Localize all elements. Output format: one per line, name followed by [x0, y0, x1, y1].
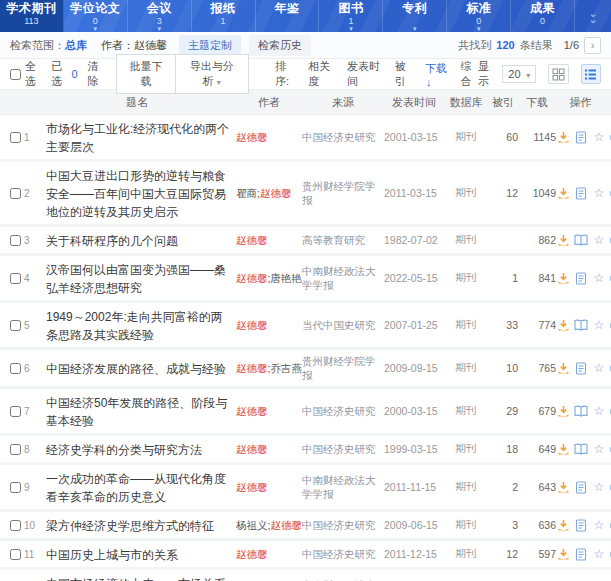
page-size-select[interactable]: 20	[502, 65, 536, 83]
row-checkbox[interactable]	[10, 235, 21, 246]
download-icon[interactable]	[556, 480, 570, 494]
result-title-link[interactable]: 梁方仲经济史学思维方式的特征	[46, 519, 214, 533]
favorite-icon[interactable]	[592, 233, 606, 247]
favorite-icon[interactable]	[592, 404, 606, 418]
topic-customize-button[interactable]: 主题定制	[179, 35, 241, 56]
favorite-icon[interactable]	[592, 130, 606, 144]
favorite-icon[interactable]	[592, 547, 606, 561]
row-checkbox[interactable]	[10, 549, 21, 560]
source-link[interactable]: 中国经济史研究	[302, 547, 384, 561]
result-title-link[interactable]: 中国经济发展的路径、成就与经验	[46, 362, 226, 376]
cited-count[interactable]: 33	[488, 319, 518, 331]
row-checkbox[interactable]	[10, 363, 21, 374]
download-icon[interactable]	[556, 547, 570, 561]
favorite-icon[interactable]	[592, 480, 606, 494]
source-link[interactable]: 当代中国史研究	[302, 318, 384, 332]
source-link[interactable]: 中南财经政法大学学报	[302, 473, 384, 501]
source-link[interactable]: 中国经济史研究	[302, 442, 384, 456]
result-type-tab[interactable]: 成果 0	[511, 0, 575, 32]
source-link[interactable]: 高等教育研究	[302, 233, 384, 247]
author-link[interactable]: 赵德馨	[236, 405, 268, 417]
author-link[interactable]: 赵德馨	[236, 481, 268, 493]
row-checkbox[interactable]	[10, 132, 21, 143]
result-type-tab[interactable]: 学位论文 0	[64, 0, 128, 32]
row-checkbox[interactable]	[10, 444, 21, 455]
author-link[interactable]: 赵德馨	[236, 319, 268, 331]
cited-count[interactable]: 1	[488, 272, 518, 284]
search-history-button[interactable]: 检索历史	[249, 35, 311, 56]
row-checkbox[interactable]	[10, 406, 21, 417]
favorite-icon[interactable]	[592, 318, 606, 332]
download-icon[interactable]	[556, 318, 570, 332]
cited-count[interactable]: 3	[488, 519, 518, 531]
author-link[interactable]: 唐艳艳	[270, 272, 302, 284]
select-all[interactable]: 全选	[10, 59, 41, 89]
row-checkbox[interactable]	[10, 482, 21, 493]
collapse-tabs-button[interactable]	[575, 0, 611, 32]
author-link[interactable]: 赵德馨	[236, 131, 268, 143]
reader-icon[interactable]	[574, 318, 588, 332]
scope-value-link[interactable]: 总库	[65, 38, 87, 53]
reader-icon[interactable]	[574, 404, 588, 418]
result-type-tab[interactable]: 报纸 1	[192, 0, 256, 32]
author-link[interactable]: 赵德馨	[236, 234, 268, 246]
batch-download-button[interactable]: 批量下载	[116, 54, 175, 94]
favorite-icon[interactable]	[592, 186, 606, 200]
source-link[interactable]: 中南财经政法大学学报	[302, 264, 384, 292]
cited-count[interactable]: 18	[488, 443, 518, 455]
source-link[interactable]: 中国经济史研究	[302, 404, 384, 418]
cited-count[interactable]: 12	[488, 548, 518, 560]
cited-count[interactable]: 10	[488, 362, 518, 374]
author-link[interactable]: 赵德馨	[270, 519, 302, 531]
cited-count[interactable]: 2	[488, 481, 518, 493]
source-link[interactable]: 贵州财经学院学报	[302, 354, 384, 382]
row-checkbox[interactable]	[10, 188, 21, 199]
result-title-link[interactable]: 中国市场经济的由来——市场关系发展的三个阶段	[46, 577, 226, 581]
cited-count[interactable]: 12	[488, 187, 518, 199]
grid-view-button[interactable]	[548, 64, 568, 84]
html-read-icon[interactable]	[574, 547, 588, 561]
html-read-icon[interactable]	[574, 186, 588, 200]
row-checkbox[interactable]	[10, 520, 21, 531]
result-title-link[interactable]: 中国经济50年发展的路径、阶段与基本经验	[46, 396, 227, 428]
author-link[interactable]: 乔吉燕	[270, 362, 302, 374]
export-analyze-button[interactable]: 导出与分析	[175, 54, 250, 94]
result-title-link[interactable]: 中国历史上城与市的关系	[46, 548, 178, 562]
author-link[interactable]: 瞿商	[236, 187, 257, 199]
favorite-icon[interactable]	[592, 518, 606, 532]
html-read-icon[interactable]	[574, 480, 588, 494]
author-link[interactable]: 赵德馨	[236, 362, 268, 374]
author-link[interactable]: 赵德馨	[236, 443, 268, 455]
cited-count[interactable]: 60	[488, 131, 518, 143]
html-read-icon[interactable]	[574, 130, 588, 144]
result-title-link[interactable]: 汉帝国何以由富国变为强国——桑弘羊经济思想研究	[46, 263, 226, 295]
next-page-button[interactable]	[584, 37, 601, 54]
download-icon[interactable]	[556, 130, 570, 144]
cited-count[interactable]: 29	[488, 405, 518, 417]
source-link[interactable]: 中国经济史研究	[302, 518, 384, 532]
html-read-icon[interactable]	[574, 271, 588, 285]
result-title-link[interactable]: 经济史学科的分类与研究方法	[46, 443, 202, 457]
favorite-icon[interactable]	[592, 271, 606, 285]
sort-option[interactable]: 下载	[425, 61, 448, 88]
download-icon[interactable]	[556, 404, 570, 418]
result-title-link[interactable]: 1949～2002年:走向共同富裕的两条思路及其实践经验	[46, 310, 223, 342]
list-view-button[interactable]	[581, 64, 601, 84]
reader-icon[interactable]	[574, 442, 588, 456]
download-icon[interactable]	[556, 233, 570, 247]
row-checkbox[interactable]	[10, 273, 21, 284]
html-read-icon[interactable]	[574, 518, 588, 532]
result-title-link[interactable]: 中国大豆进出口形势的逆转与粮食安全——百年间中国大豆国际贸易地位的逆转及其历史启…	[46, 169, 226, 219]
author-link[interactable]: 赵德馨	[260, 187, 292, 199]
result-title-link[interactable]: 一次成功的革命——从现代化角度看辛亥革命的历史意义	[46, 472, 226, 504]
download-icon[interactable]	[556, 186, 570, 200]
result-type-tab[interactable]: 图书 1	[319, 0, 383, 32]
source-link[interactable]: 中国经济史研究	[302, 130, 384, 144]
result-type-tab[interactable]: 标准 0	[447, 0, 511, 32]
clear-selection-button[interactable]: 清除	[88, 59, 107, 89]
author-link[interactable]: 赵德馨	[236, 272, 268, 284]
download-icon[interactable]	[556, 271, 570, 285]
result-type-tab[interactable]: 学术期刊 113	[0, 0, 64, 32]
reader-icon[interactable]	[574, 233, 588, 247]
result-title-link[interactable]: 关于科研程序的几个问题	[46, 234, 178, 248]
